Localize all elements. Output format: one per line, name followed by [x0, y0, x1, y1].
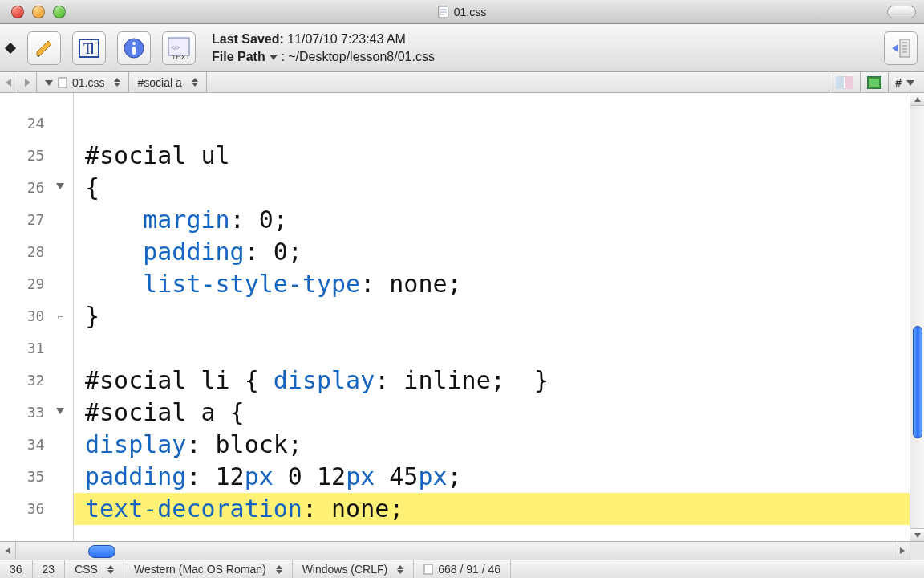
scroll-left-button[interactable]	[0, 542, 16, 560]
titlebar: 01.css	[0, 0, 924, 24]
close-button[interactable]	[11, 6, 24, 18]
drawer-toggle-button[interactable]	[884, 31, 918, 65]
chevron-down-icon	[45, 76, 53, 89]
file-dropdown-label: 01.css	[72, 76, 104, 89]
resize-corner[interactable]	[910, 542, 924, 560]
line-number: 25	[0, 140, 49, 172]
horizontal-scrollbar[interactable]	[0, 541, 924, 560]
svg-marker-15	[6, 79, 11, 87]
svg-marker-17	[45, 80, 53, 86]
chevron-down-icon[interactable]	[269, 50, 278, 64]
svg-text:</>: </>	[171, 44, 180, 51]
svg-rect-13	[900, 39, 910, 57]
nav-forward-button[interactable]	[22, 77, 33, 88]
document-stats: 668 / 91 / 46	[414, 560, 511, 578]
code-line: #social ul { margin: 0; padding: 0; list…	[85, 141, 549, 523]
chevron-down-icon	[906, 76, 914, 89]
svg-marker-1	[37, 41, 51, 55]
fold-column: ⌐	[49, 93, 73, 541]
editor: 24252627282930313233343536 ⌐ #social ul …	[0, 93, 924, 541]
last-saved-label: Last Saved:	[212, 32, 284, 46]
html-tool-button[interactable]: </>TEXT	[162, 31, 196, 65]
counter-button[interactable]: #	[888, 72, 921, 92]
minimize-button[interactable]	[32, 6, 45, 18]
file-meta: Last Saved: 11/07/10 7:23:43 AM File Pat…	[212, 32, 435, 64]
stepper-icon	[114, 78, 120, 87]
preview-button[interactable]	[860, 72, 888, 92]
svg-marker-14	[892, 44, 898, 52]
line-number: 26	[0, 172, 49, 204]
encoding-selector[interactable]: Western (Mac OS Roman)	[124, 560, 293, 578]
split-view-button[interactable]	[829, 72, 860, 92]
scroll-thumb[interactable]	[88, 545, 116, 558]
info-button[interactable]	[117, 31, 151, 65]
navigation-bar: 01.css #social a #	[0, 72, 924, 93]
line-number: 36	[0, 493, 49, 525]
scroll-right-button[interactable]	[894, 542, 910, 560]
document-icon	[58, 77, 67, 88]
svg-marker-30	[900, 547, 905, 554]
hash-label: #	[895, 76, 902, 89]
symbol-dropdown-label: #social a	[137, 76, 181, 89]
code-area[interactable]: #social ul { margin: 0; padding: 0; list…	[74, 93, 924, 541]
svg-rect-5	[91, 43, 93, 54]
line-number: 24	[0, 108, 49, 140]
line-number: 29	[0, 268, 49, 300]
code-text[interactable]: #social ul { margin: 0; padding: 0; list…	[74, 93, 924, 525]
status-bar: 36 23 CSS Western (Mac OS Roman) Windows…	[0, 560, 924, 578]
line-number: 30	[0, 300, 49, 332]
window-title: 01.css	[438, 6, 486, 18]
stepper-icon	[276, 565, 282, 574]
svg-rect-31	[424, 564, 432, 574]
fold-toggle-icon[interactable]	[55, 406, 66, 416]
line-numbers: 24252627282930313233343536	[0, 93, 49, 541]
edit-tool-button[interactable]	[27, 31, 61, 65]
line-number: 33	[0, 397, 49, 429]
language-selector[interactable]: CSS	[65, 560, 124, 578]
svg-marker-16	[25, 79, 30, 87]
fold-toggle-icon[interactable]	[55, 181, 66, 191]
svg-rect-20	[836, 76, 844, 89]
file-dropdown[interactable]: 01.css	[37, 72, 129, 92]
stepper-icon	[107, 565, 114, 574]
svg-text:TEXT: TEXT	[172, 53, 191, 61]
zoom-button[interactable]	[53, 6, 66, 18]
cursor-column-seg: 23	[33, 560, 66, 578]
nav-back-button[interactable]	[3, 77, 14, 88]
line-number: 27	[0, 204, 49, 236]
document-icon	[424, 564, 433, 575]
svg-marker-24	[906, 80, 914, 86]
scroll-down-button[interactable]	[910, 528, 924, 541]
line-endings-label: Windows (CRLF)	[302, 563, 388, 576]
stats-label: 668 / 91 / 46	[438, 563, 500, 576]
svg-marker-12	[270, 55, 278, 60]
text-tool-button[interactable]: T	[72, 31, 106, 65]
svg-rect-8	[132, 47, 136, 55]
language-label: CSS	[75, 563, 98, 576]
window-title-text: 01.css	[454, 6, 486, 18]
last-saved-value: 11/07/10 7:23:43 AM	[287, 32, 406, 46]
svg-marker-28	[914, 533, 921, 538]
file-path-label: File Path	[212, 50, 265, 64]
svg-marker-25	[56, 183, 64, 189]
stepper-icon	[397, 565, 403, 574]
document-icon	[438, 6, 449, 18]
svg-rect-21	[845, 76, 853, 89]
svg-marker-2	[37, 55, 40, 57]
svg-marker-26	[56, 408, 64, 414]
gutter: 24252627282930313233343536 ⌐	[0, 93, 74, 541]
toolbar-pill-button[interactable]	[887, 6, 916, 18]
unsaved-indicator-icon	[5, 42, 16, 53]
window-controls	[11, 6, 66, 18]
svg-point-7	[132, 42, 136, 45]
line-number: 31	[0, 332, 49, 364]
svg-marker-29	[6, 547, 10, 554]
line-endings-selector[interactable]: Windows (CRLF)	[293, 560, 415, 578]
line-number: 28	[0, 236, 49, 268]
cursor-col: 23	[43, 563, 55, 576]
symbol-dropdown[interactable]: #social a	[129, 72, 206, 92]
cursor-position: 36	[0, 560, 33, 578]
stepper-icon	[192, 78, 198, 87]
toolbar: T </>TEXT Last Saved: 11/07/10 7:23:43 A…	[0, 24, 924, 72]
cursor-line: 36	[10, 563, 22, 576]
